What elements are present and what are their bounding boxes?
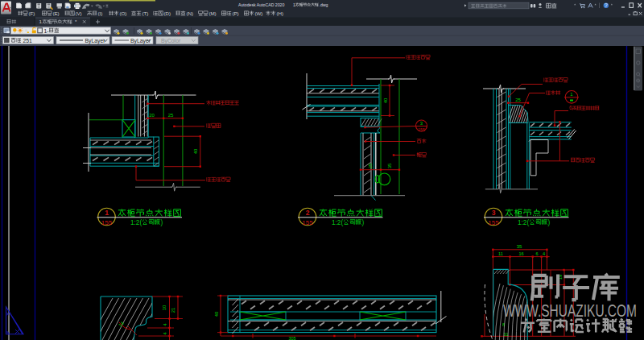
svg-text:155: 155 <box>488 219 499 226</box>
svg-text:25: 25 <box>368 163 373 168</box>
svg-text:(W): (W) <box>254 10 262 16</box>
svg-text:1:2(: 1:2( <box>130 219 142 226</box>
svg-text:): ) <box>161 219 163 226</box>
svg-text:(F): (F) <box>28 10 35 16</box>
svg-text:6: 6 <box>569 105 572 110</box>
svg-text:1:2(: 1:2( <box>332 219 343 226</box>
svg-text:40: 40 <box>193 148 198 154</box>
svg-text:155: 155 <box>418 127 425 132</box>
svg-text:(M): (M) <box>208 10 216 16</box>
svg-text:(O): (O) <box>119 10 126 16</box>
svg-text:(D): (D) <box>163 10 171 16</box>
svg-text:1: 1 <box>39 19 43 24</box>
svg-text:Autodesk AutoCAD 2020: Autodesk AutoCAD 2020 <box>238 2 285 7</box>
svg-text:ByColor: ByColor <box>161 38 181 44</box>
svg-text:.dwg: .dwg <box>320 2 328 7</box>
svg-text:(I): (I) <box>97 10 102 16</box>
svg-text:6: 6 <box>535 251 538 256</box>
svg-text:155: 155 <box>101 219 113 226</box>
svg-text:1:2(: 1:2( <box>518 219 529 226</box>
svg-text:): ) <box>362 219 365 226</box>
svg-text:16: 16 <box>518 251 523 256</box>
svg-text:35: 35 <box>387 163 392 168</box>
svg-text:3: 3 <box>492 209 496 217</box>
svg-text:20: 20 <box>149 113 155 118</box>
svg-text:11: 11 <box>498 251 503 256</box>
svg-text:WWW.SHUAZIKU.COM: WWW.SHUAZIKU.COM <box>503 301 637 321</box>
svg-text:21: 21 <box>171 307 175 313</box>
svg-text:(E): (E) <box>52 10 59 16</box>
svg-text:(T): (T) <box>142 10 148 16</box>
svg-text:10: 10 <box>162 305 167 310</box>
svg-text:(N): (N) <box>186 10 193 16</box>
svg-text:2: 2 <box>306 209 310 217</box>
svg-text:40: 40 <box>214 311 219 317</box>
svg-text:(V): (V) <box>75 10 81 16</box>
svg-text:(P): (P) <box>232 10 238 16</box>
svg-text:251: 251 <box>23 38 33 44</box>
svg-text:): ) <box>548 219 551 226</box>
svg-text:1: 1 <box>293 2 295 7</box>
svg-text:25: 25 <box>168 113 174 118</box>
svg-text:305: 305 <box>288 336 295 340</box>
svg-text:4: 4 <box>543 251 545 256</box>
svg-text:1-: 1- <box>44 28 49 34</box>
svg-text:?: ? <box>605 2 608 8</box>
svg-text:(H): (H) <box>276 10 283 16</box>
svg-text:35: 35 <box>517 244 522 249</box>
svg-text:ByLayer: ByLayer <box>85 38 106 44</box>
svg-text:40: 40 <box>383 97 388 103</box>
svg-text:25: 25 <box>515 97 521 102</box>
svg-text:155: 155 <box>302 219 313 226</box>
svg-text:1: 1 <box>105 209 109 217</box>
